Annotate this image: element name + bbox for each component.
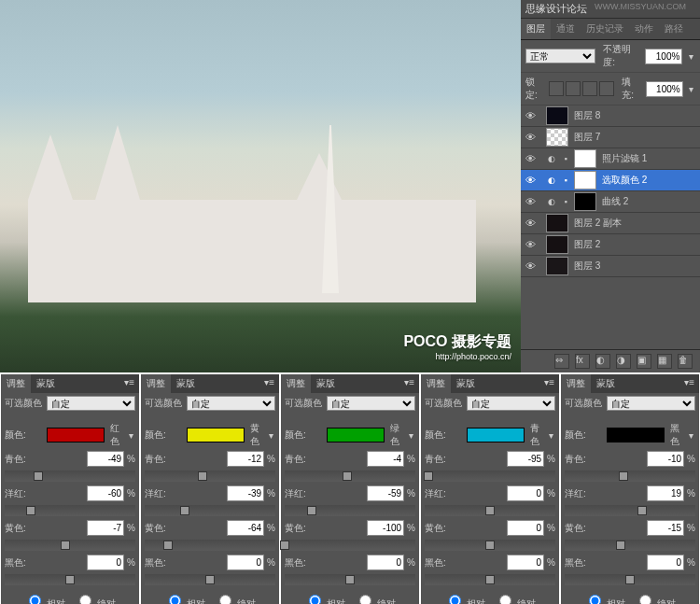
absolute-radio[interactable]: 绝对 — [75, 592, 116, 604]
color-swatch[interactable] — [467, 428, 525, 442]
preset-select[interactable]: 自定 — [327, 396, 415, 411]
preset-select[interactable]: 自定 — [607, 396, 695, 411]
channel-value[interactable] — [227, 451, 264, 467]
channel-slider[interactable] — [5, 574, 135, 585]
tab-mask[interactable]: 蒙版 — [311, 374, 341, 393]
tab-mask[interactable]: 蒙版 — [591, 374, 621, 393]
color-swatch[interactable] — [327, 428, 385, 442]
tab-mask[interactable]: 蒙版 — [171, 374, 201, 393]
visibility-icon[interactable]: 👁 — [524, 152, 537, 165]
layer-row[interactable]: 👁图层 7 — [521, 127, 700, 148]
channel-value[interactable] — [647, 520, 684, 536]
absolute-radio[interactable]: 绝对 — [355, 592, 396, 604]
channel-slider[interactable] — [565, 574, 695, 585]
layer-row[interactable]: 👁◐▪照片滤镜 1 — [521, 148, 700, 170]
lock-pixels-icon[interactable] — [566, 81, 581, 96]
layer-row[interactable]: 👁图层 3 — [521, 256, 700, 277]
visibility-icon[interactable]: 👁 — [524, 238, 537, 251]
relative-radio[interactable]: 相对 — [304, 592, 345, 604]
preset-select[interactable]: 自定 — [47, 396, 135, 411]
channel-slider[interactable] — [425, 471, 555, 482]
channel-slider[interactable] — [145, 471, 275, 482]
tab-图层[interactable]: 图层 — [521, 19, 551, 39]
image-canvas[interactable]: POCO 摄影专题 http://photo.poco.cn/ — [0, 0, 521, 372]
relative-radio[interactable]: 相对 — [24, 592, 65, 604]
tab-历史记录[interactable]: 历史记录 — [581, 19, 629, 39]
chevron-down-icon[interactable]: ▾ — [686, 430, 695, 441]
channel-value[interactable] — [87, 451, 124, 467]
tab-mask[interactable]: 蒙版 — [31, 374, 61, 393]
channel-value[interactable] — [507, 485, 544, 501]
channel-value[interactable] — [227, 555, 264, 570]
channel-value[interactable] — [227, 520, 264, 536]
lock-position-icon[interactable] — [582, 81, 597, 96]
channel-slider[interactable] — [425, 574, 555, 585]
relative-radio[interactable]: 相对 — [164, 592, 205, 604]
trash-icon[interactable]: 🗑 — [678, 354, 693, 369]
chevron-down-icon[interactable]: ▾ — [406, 430, 415, 441]
lock-transparent-icon[interactable] — [549, 81, 564, 96]
layer-mask[interactable] — [574, 171, 596, 190]
tab-adjust[interactable]: 调整 — [421, 374, 451, 393]
channel-slider[interactable] — [285, 574, 415, 585]
visibility-icon[interactable]: 👁 — [524, 131, 537, 144]
layer-thumb[interactable] — [546, 257, 568, 275]
channel-slider[interactable] — [565, 505, 695, 516]
relative-radio[interactable]: 相对 — [584, 592, 625, 604]
channel-value[interactable] — [367, 485, 404, 501]
chevron-down-icon[interactable]: ▾ — [546, 430, 555, 441]
layer-mask[interactable] — [574, 149, 596, 168]
color-swatch[interactable] — [607, 428, 665, 442]
new-layer-icon[interactable]: ▦ — [657, 354, 672, 369]
chevron-down-icon[interactable]: ▾ — [126, 430, 135, 441]
chevron-down-icon[interactable]: ▾ — [266, 430, 275, 441]
channel-slider[interactable] — [425, 540, 555, 551]
folder-icon[interactable]: ▣ — [637, 354, 651, 369]
relative-radio[interactable]: 相对 — [444, 592, 485, 604]
channel-value[interactable] — [367, 451, 404, 467]
layer-thumb[interactable] — [546, 214, 568, 232]
channel-slider[interactable] — [5, 540, 135, 551]
visibility-icon[interactable]: 👁 — [524, 260, 537, 273]
fx-icon[interactable]: fx — [575, 354, 590, 369]
channel-value[interactable] — [647, 555, 684, 570]
tab-adjust[interactable]: 调整 — [1, 374, 31, 393]
channel-value[interactable] — [647, 451, 684, 467]
chevron-down-icon[interactable]: ▾ — [686, 51, 695, 62]
absolute-radio[interactable]: 绝对 — [215, 592, 256, 604]
channel-slider[interactable] — [425, 505, 555, 516]
channel-value[interactable] — [647, 485, 684, 501]
panel-menu-icon[interactable]: ▾≡ — [539, 374, 559, 393]
channel-slider[interactable] — [145, 505, 275, 516]
blend-mode-select[interactable]: 正常 — [525, 49, 595, 63]
color-swatch[interactable] — [187, 428, 245, 442]
tab-adjust[interactable]: 调整 — [561, 374, 591, 393]
layer-row[interactable]: 👁◐▪选取颜色 2 — [521, 170, 700, 191]
channel-value[interactable] — [87, 485, 124, 501]
panel-menu-icon[interactable]: ▾≡ — [399, 374, 419, 393]
panel-menu-icon[interactable]: ▾≡ — [259, 374, 279, 393]
layer-mask[interactable] — [574, 192, 596, 211]
channel-slider[interactable] — [565, 471, 695, 482]
layer-thumb[interactable] — [546, 106, 568, 125]
link-layers-icon[interactable]: ⇔ — [554, 354, 569, 369]
tab-动作[interactable]: 动作 — [629, 19, 659, 39]
channel-value[interactable] — [367, 520, 404, 536]
chevron-down-icon[interactable]: ▾ — [687, 84, 695, 94]
channel-value[interactable] — [87, 520, 124, 536]
channel-value[interactable] — [507, 520, 544, 536]
channel-slider[interactable] — [565, 540, 695, 551]
layer-thumb[interactable] — [546, 128, 568, 147]
opacity-input[interactable] — [645, 49, 682, 64]
channel-value[interactable] — [87, 555, 124, 570]
tab-adjust[interactable]: 调整 — [141, 374, 171, 393]
lock-all-icon[interactable] — [599, 81, 614, 96]
layer-thumb[interactable] — [546, 235, 568, 254]
channel-value[interactable] — [367, 555, 404, 570]
absolute-radio[interactable]: 绝对 — [635, 592, 676, 604]
visibility-icon[interactable]: 👁 — [524, 109, 537, 122]
visibility-icon[interactable]: 👁 — [524, 217, 537, 230]
layer-row[interactable]: 👁图层 2 副本 — [521, 213, 700, 234]
layer-row[interactable]: 👁◐▪曲线 2 — [521, 191, 700, 213]
mask-icon[interactable]: ◐ — [595, 354, 610, 369]
